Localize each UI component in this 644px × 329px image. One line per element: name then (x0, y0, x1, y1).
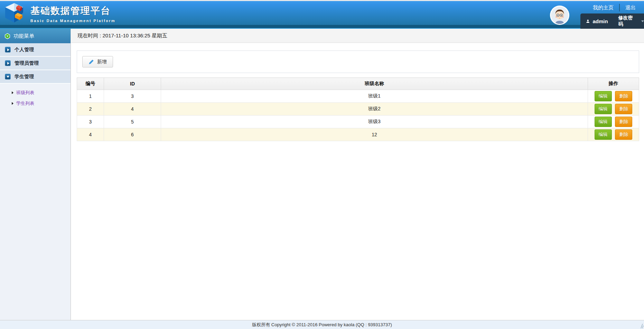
current-time-bar: 现在时间 : 2017-11-10 13:36:25 星期五 (71, 29, 644, 43)
sidebar-subitem-label: 班级列表 (16, 90, 34, 96)
app-subtitle: Basic Data Management Platform (30, 19, 115, 23)
main-area: 现在时间 : 2017-11-10 13:36:25 星期五 新增 编号 ID … (71, 29, 644, 320)
cell-no: 4 (77, 128, 104, 141)
sidebar-item-admin[interactable]: 管理员管理 (0, 57, 71, 70)
cell-no: 1 (77, 90, 104, 103)
table-row: 1 3 班级1 编辑 删除 (77, 90, 639, 103)
cell-class-name: 班级1 (161, 90, 588, 103)
col-header-no: 编号 (77, 78, 104, 90)
sidebar: 功能菜单 个人管理 管理员管理 学生管理 班级列表 学生列表 (0, 29, 71, 320)
sidebar-subitem-class-list[interactable]: 班级列表 (0, 87, 71, 98)
delete-button[interactable]: 删除 (615, 104, 632, 114)
title-block: 基础数据管理平台 Basic Data Management Platform (30, 4, 115, 23)
toolbar-panel: 新增 (77, 51, 639, 73)
sidebar-subitem-label: 学生列表 (16, 100, 34, 107)
sidebar-item-label: 个人管理 (15, 47, 34, 53)
sidebar-item-label: 学生管理 (15, 74, 34, 80)
avatar[interactable] (550, 6, 569, 25)
table-row: 3 5 班级3 编辑 删除 (77, 116, 639, 128)
footer: 版权所有 Copyright © 2011-2016 Powered by ka… (0, 320, 644, 329)
add-button[interactable]: 新增 (82, 56, 113, 67)
triangle-right-icon (12, 91, 13, 94)
app-header: 基础数据管理平台 Basic Data Management Platform … (0, 0, 644, 29)
cell-actions: 编辑 删除 (588, 103, 639, 116)
cell-id: 5 (104, 116, 161, 128)
top-nav: 我的主页 退出 (593, 4, 636, 11)
arrow-right-icon (5, 60, 11, 66)
pencil-icon (88, 59, 94, 65)
resize-grip-icon[interactable] (640, 323, 644, 329)
table-header-row: 编号 ID 班级名称 操作 (77, 78, 639, 90)
sidebar-menu-title: 功能菜单 (13, 33, 34, 39)
delete-button[interactable]: 删除 (615, 91, 632, 101)
sidebar-item-personal[interactable]: 个人管理 (0, 43, 71, 57)
delete-button[interactable]: 删除 (615, 129, 632, 140)
cell-no: 3 (77, 116, 104, 128)
table-row: 4 6 12 编辑 删除 (77, 128, 639, 141)
edit-button[interactable]: 编辑 (595, 129, 612, 140)
col-header-actions: 操作 (588, 78, 639, 90)
app-title: 基础数据管理平台 (30, 4, 115, 17)
sidebar-subitem-student-list[interactable]: 学生列表 (0, 98, 71, 109)
sidebar-item-label: 管理员管理 (15, 60, 39, 66)
chevron-down-icon[interactable] (641, 20, 644, 22)
current-time-text: 现在时间 : 2017-11-10 13:36:25 星期五 (77, 33, 167, 39)
copyright-text: 版权所有 Copyright © 2011-2016 Powered by ka… (252, 322, 392, 328)
sidebar-menu-header: 功能菜单 (0, 29, 71, 43)
arrow-down-icon (5, 74, 11, 80)
class-table: 编号 ID 班级名称 操作 1 3 班级1 编辑 删除 2 (77, 77, 639, 141)
cell-class-name: 班级3 (161, 116, 588, 128)
arrow-right-icon (5, 47, 11, 53)
cell-actions: 编辑 删除 (588, 128, 639, 141)
nav-divider (619, 4, 620, 11)
sidebar-submenu: 班级列表 学生列表 (0, 84, 71, 109)
content: 新增 编号 ID 班级名称 操作 1 3 班级1 编辑 (71, 43, 644, 141)
gem-icon (4, 33, 10, 39)
cell-actions: 编辑 删除 (588, 116, 639, 128)
cell-id: 6 (104, 128, 161, 141)
change-password-link[interactable]: 修改密码 (618, 15, 633, 27)
edit-button[interactable]: 编辑 (595, 117, 612, 127)
add-button-label: 新增 (97, 59, 107, 65)
username: admin (592, 18, 608, 24)
cell-id: 4 (104, 103, 161, 116)
cell-actions: 编辑 删除 (588, 90, 639, 103)
triangle-right-icon (12, 102, 13, 105)
cell-id: 3 (104, 90, 161, 103)
delete-button[interactable]: 删除 (615, 117, 632, 127)
nav-home-link[interactable]: 我的主页 (593, 4, 614, 11)
user-icon (586, 19, 590, 24)
app-logo-cube-icon (4, 2, 26, 24)
cell-class-name: 班级2 (161, 103, 588, 116)
table-row: 2 4 班级2 编辑 删除 (77, 103, 639, 116)
col-header-class-name: 班级名称 (161, 78, 588, 90)
cell-no: 2 (77, 103, 104, 116)
user-bar: admin 修改密码 (580, 13, 644, 29)
cell-class-name: 12 (161, 128, 588, 141)
edit-button[interactable]: 编辑 (595, 104, 612, 114)
col-header-id: ID (104, 78, 161, 90)
nav-logout-link[interactable]: 退出 (625, 4, 636, 11)
edit-button[interactable]: 编辑 (595, 91, 612, 101)
sidebar-item-student[interactable]: 学生管理 (0, 70, 71, 84)
